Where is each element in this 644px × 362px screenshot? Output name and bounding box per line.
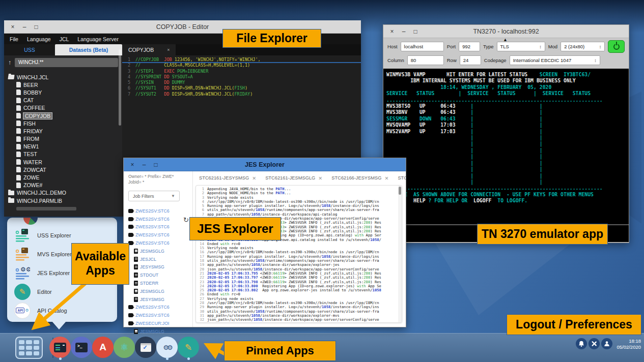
app-menu-item-api[interactable]: API⚙API Catalog [7, 301, 117, 320]
code-line: 6//SYSUT1 DD DISP=SHR,DSN=WINCHJ.JCL(FIS… [122, 85, 361, 91]
job-item[interactable]: ZWES2SV:STC6 [128, 239, 192, 247]
job-icon [128, 217, 133, 221]
jes-output-tab[interactable]: STC62166-JESM✕ [398, 175, 406, 181]
spool-file-item[interactable]: JESMSGLG [134, 247, 192, 255]
job-item[interactable]: ZWES2SV:STC6 [128, 231, 192, 239]
pinned-app-react[interactable]: ⚛ [114, 337, 135, 360]
tree-item[interactable]: ZOWE [16, 173, 122, 181]
app-menu-item-uss[interactable]: USS Explorer [7, 226, 117, 245]
tree-item[interactable]: FRIDAY [16, 127, 122, 135]
collapse-panel-icon[interactable]: ▲ [503, 37, 508, 42]
jes-output-tab[interactable]: STC62161-JESMSGLG✕ [265, 175, 322, 181]
job-item[interactable]: ZWES2SV:STC6 [128, 215, 192, 223]
menu-file[interactable]: File [10, 36, 18, 42]
menu-jcl[interactable]: JCL [60, 36, 69, 42]
pinned-app-editor[interactable]: ✎ [178, 337, 199, 360]
tree-item[interactable]: FROM [16, 135, 122, 143]
user-account-icon[interactable] [601, 338, 612, 349]
tree-item[interactable]: BEER [16, 81, 122, 88]
jes-explorer-window[interactable]: × – □ JES Explorer Owner= * Prefix= ZWE*… [123, 158, 406, 327]
editor-icon: ✎ [178, 337, 199, 358]
partial-app-icon[interactable] [23, 218, 38, 225]
spool-file-item[interactable]: STDOUT [134, 271, 192, 279]
job-item[interactable]: ZWES2SV:STC6 [128, 207, 192, 215]
spool-file-item[interactable]: JESYSMSG [134, 263, 192, 272]
editor-file-tab[interactable]: COPYJOB × [122, 44, 176, 55]
menu-language-server[interactable]: Language Server [77, 36, 119, 42]
close-tab-icon[interactable]: ✕ [252, 175, 256, 181]
document-icon [134, 249, 138, 254]
codepage-select[interactable]: International EBCDIC 1047↕ [510, 55, 600, 65]
job-item[interactable]: ZWES2SV:STC6 [128, 223, 192, 231]
tree-item[interactable]: TEST [16, 150, 122, 158]
port-input[interactable]: 992 [459, 42, 480, 51]
pinned-app-angular[interactable]: A [92, 337, 114, 360]
close-tab-icon[interactable]: ✕ [318, 175, 322, 181]
tree-item[interactable]: ZOWE# [16, 182, 122, 189]
row-label: Row [447, 57, 457, 63]
dataset-filter-input[interactable]: WINCHJ.** [15, 58, 118, 67]
tn3270-window[interactable]: × – □ TN3270 - localhost:992 ▲ Host loca… [383, 24, 629, 243]
refresh-icon[interactable]: ↻ [183, 216, 189, 224]
jes-explorer-icon: ⚙⚙ [156, 337, 178, 358]
clock-date: 05/02/2020 [617, 344, 641, 350]
preferences-tools-icon[interactable] [589, 338, 600, 349]
tree-item[interactable]: FISH [16, 119, 122, 127]
pinned-app-terminal-red[interactable] [49, 337, 71, 360]
job-item[interactable]: ZWES2SV:STC6 [128, 311, 192, 319]
tree-item[interactable]: WATER [16, 158, 122, 166]
spool-file-item[interactable]: JESYSMSG [134, 295, 192, 304]
job-item[interactable]: ZWESECUR:JOI [128, 319, 192, 327]
annotation-pinned-apps: Pinned Apps [224, 341, 336, 361]
type-select[interactable]: TLS↕ [497, 42, 545, 51]
host-input[interactable]: localhost [401, 42, 444, 51]
app-launcher-button[interactable] [15, 337, 43, 359]
column-input[interactable]: 80 [407, 55, 444, 65]
app-menu-item-editor[interactable]: ✎Editor [7, 282, 117, 301]
terminal-screen[interactable]: WINMVS3B VAMP HIT ENTER FOR LATEST STATU… [383, 69, 629, 224]
tree-item[interactable]: ZOWCAT [16, 166, 122, 173]
tree-item[interactable]: WINCHJ.JCL.DEMO [8, 189, 122, 197]
tree-scrollbar[interactable] [119, 49, 121, 126]
tree-item[interactable]: CAT [16, 97, 122, 104]
tree-item[interactable]: WINCHJ.PARMLIB [8, 197, 122, 204]
tree-item[interactable]: NEW1 [16, 143, 122, 150]
log-scrollbar[interactable] [398, 186, 402, 322]
row-input[interactable]: 24 [460, 55, 481, 65]
up-arrow-icon[interactable]: ↑ [8, 59, 11, 66]
spool-file-item[interactable]: JESMSGLG [134, 287, 192, 295]
connect-power-button[interactable] [608, 40, 625, 53]
pinned-app-jes-explorer[interactable]: ⚙⚙ [156, 337, 178, 360]
menu-language[interactable]: Language [27, 36, 51, 42]
close-tab-icon[interactable]: ✕ [384, 175, 388, 181]
tree-item[interactable]: BOBBY [16, 88, 122, 96]
job-filters-dropdown[interactable]: Job Filters ▼ [128, 191, 180, 201]
tree-item[interactable]: WINCHJ.JCL [8, 73, 122, 81]
spool-file-item[interactable]: STDERR [134, 279, 192, 287]
tree-item[interactable]: COPYJOB [16, 112, 122, 119]
clock: 18:18 05/02/2020 [617, 338, 641, 350]
tn3270-titlebar: × – □ TN3270 - localhost:992 [383, 25, 629, 38]
pinned-app-tasks[interactable] [135, 337, 156, 360]
mod-select[interactable]: 2 (24x80)↕ [561, 42, 605, 51]
code-line: 3//STEP1 EXEC PGM=IEBGENER [122, 69, 361, 74]
document-icon [134, 273, 138, 278]
pinned-app-terminal-indigo[interactable] [71, 337, 92, 360]
tab-uss[interactable]: USS [4, 44, 55, 55]
tree-item[interactable]: COFFEE [16, 104, 122, 112]
jes-output-tab[interactable]: STC62166-JESYSMSG✕ [331, 175, 388, 181]
notifications-bell-icon[interactable] [576, 338, 587, 349]
close-tab-icon[interactable]: × [167, 47, 170, 52]
file-icon [16, 152, 21, 157]
running-indicator [187, 357, 190, 360]
jes-output-tab[interactable]: STC62161-JESYSMSG✕ [199, 175, 256, 181]
file-icon [16, 136, 21, 142]
code-line: 5//SYSIN DD DUMMY [122, 80, 361, 85]
job-output-viewer[interactable]: 1Appending JAVA_HOME/bin to the PATH...2… [195, 185, 402, 323]
tab-datasets[interactable]: Datasets (Beta) [55, 44, 122, 55]
job-item[interactable]: ZWES2SV:STC6 [128, 304, 192, 312]
spool-file-item[interactable]: JESJCL [134, 255, 192, 263]
mod-label: Mod [548, 44, 557, 49]
jes-owner-filter: Owner= * Prefix= ZWE* [128, 174, 192, 179]
spool-file-item[interactable]: JESMSGLG [134, 327, 192, 336]
